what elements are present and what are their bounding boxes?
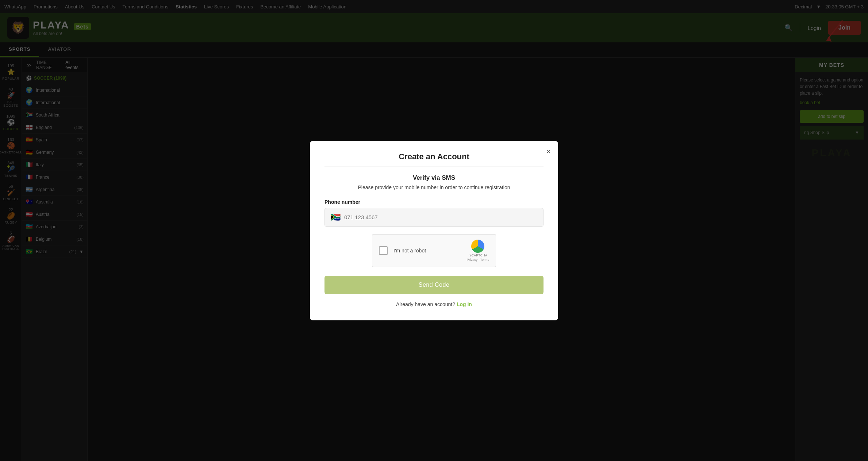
recaptcha-badge: reCAPTCHA <box>469 254 487 257</box>
recaptcha-box[interactable]: I'm not a robot reCAPTCHA Privacy · Term… <box>372 234 496 267</box>
phone-input-wrapper: 🇿🇦 <box>324 208 544 227</box>
recaptcha-links: Privacy · Terms <box>467 258 489 262</box>
phone-flag: 🇿🇦 <box>331 213 341 222</box>
modal-overlay[interactable]: × Create an Account Verify via SMS Pleas… <box>0 0 868 461</box>
modal-close-button[interactable]: × <box>546 147 551 156</box>
already-account-text: Already have an account? Log In <box>324 301 544 307</box>
modal-subtitle: Verify via SMS <box>324 174 544 182</box>
modal-title: Create an Account <box>324 152 544 161</box>
phone-label: Phone number <box>324 199 544 205</box>
modal-divider <box>324 167 544 167</box>
recaptcha-label: I'm not a robot <box>393 248 461 254</box>
recaptcha-checkbox[interactable] <box>379 246 388 255</box>
create-account-modal: × Create an Account Verify via SMS Pleas… <box>310 141 558 320</box>
recaptcha-icon <box>471 240 484 253</box>
phone-input[interactable] <box>344 214 537 220</box>
recaptcha-logo: reCAPTCHA Privacy · Terms <box>467 240 489 262</box>
login-link[interactable]: Log In <box>457 301 472 307</box>
send-code-button[interactable]: Send Code <box>324 276 544 294</box>
modal-description: Please provide your mobile number in ord… <box>324 184 544 190</box>
